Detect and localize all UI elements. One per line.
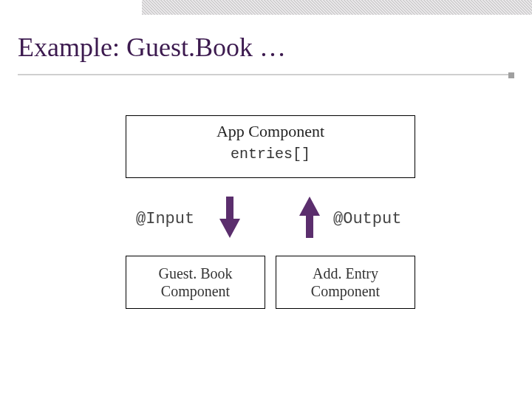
- arrow-up-icon: [299, 197, 320, 238]
- svg-marker-1: [299, 197, 320, 238]
- app-component-data-field: entries[]: [126, 141, 415, 163]
- addentry-line1: Add. Entry: [276, 265, 415, 282]
- guestbook-line1: Guest. Book: [126, 265, 265, 282]
- app-component-box: App Component entries[]: [126, 115, 415, 178]
- app-component-title: App Component: [126, 116, 415, 141]
- svg-marker-0: [219, 197, 240, 238]
- guestbook-line2: Component: [126, 282, 265, 300]
- addentry-line2: Component: [276, 282, 415, 300]
- arrow-down-icon: [219, 197, 240, 238]
- guestbook-component-box: Guest. Book Component: [126, 256, 265, 309]
- slide-title: Example: Guest.Book …: [18, 34, 286, 61]
- title-corner-square: [508, 72, 514, 78]
- addentry-component-box: Add. Entry Component: [276, 256, 415, 309]
- output-decorator-label: @Output: [333, 210, 401, 228]
- top-decorative-band: [142, 0, 532, 15]
- input-decorator-label: @Input: [136, 210, 194, 228]
- title-underline: [18, 74, 514, 75]
